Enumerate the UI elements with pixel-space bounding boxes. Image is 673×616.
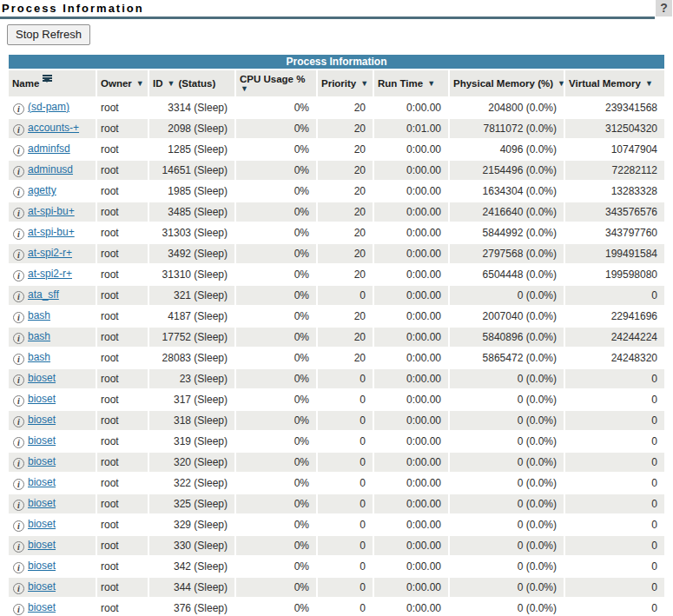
name-cell: ibioset	[9, 515, 96, 534]
process-name: at-spi-bu+	[28, 226, 75, 238]
process-link[interactable]: bioset	[24, 414, 56, 426]
process-link[interactable]: at-spi2-r+	[24, 247, 72, 259]
owner-cell: root	[97, 202, 148, 222]
owner-cell: root	[97, 119, 148, 138]
virtual-memory-cell: 0	[565, 515, 664, 534]
info-icon[interactable]: i	[13, 479, 24, 490]
table-row: ibioset root 317 (Sleep) 0% 0 0:00.00 0 …	[9, 390, 664, 409]
table-row: ibioset root 329 (Sleep) 0% 0 0:00.00 0 …	[9, 515, 664, 534]
process-link[interactable]: agetty	[24, 184, 56, 196]
physical-memory-cell: 1634304 (0.0%)	[450, 182, 564, 201]
info-icon[interactable]: i	[13, 291, 24, 302]
run-time-cell: 0:00.00	[374, 307, 448, 326]
info-icon[interactable]: i	[13, 562, 24, 573]
process-link[interactable]: bioset	[24, 372, 56, 384]
info-icon[interactable]: i	[13, 520, 24, 532]
info-icon[interactable]: i	[13, 270, 24, 282]
owner-cell: root	[97, 515, 148, 534]
cpu-usage-cell: 0%	[236, 453, 316, 472]
process-link[interactable]: at-spi-bu+	[24, 226, 75, 238]
process-link[interactable]: (sd-pam)	[24, 101, 69, 113]
owner-cell: root	[97, 411, 148, 430]
process-link[interactable]: bioset	[24, 601, 56, 613]
info-icon[interactable]: i	[13, 583, 24, 594]
id-status-cell: 330 (Sleep)	[149, 536, 234, 555]
stop-refresh-button[interactable]: Stop Refresh	[7, 24, 90, 45]
process-link[interactable]: bioset	[24, 393, 56, 405]
col-header-owner[interactable]: Owner▼	[97, 70, 148, 96]
info-icon[interactable]: i	[13, 103, 24, 115]
info-icon[interactable]: i	[13, 541, 24, 553]
info-icon[interactable]: i	[13, 312, 24, 323]
col-header-runtime[interactable]: Run Time▼	[374, 70, 448, 96]
process-link[interactable]: at-spi-bu+	[24, 205, 75, 217]
process-link[interactable]: bash	[24, 309, 50, 321]
process-link[interactable]: bioset	[24, 539, 56, 551]
info-icon[interactable]: i	[13, 166, 24, 177]
info-icon[interactable]: i	[13, 333, 24, 344]
process-link[interactable]: bioset	[24, 434, 56, 447]
info-icon[interactable]: i	[13, 416, 24, 427]
id-status-cell: 31303 (Sleep)	[149, 223, 234, 242]
process-link[interactable]: bash	[24, 351, 50, 363]
process-name: adminusd	[28, 163, 73, 176]
process-link[interactable]: bioset	[24, 580, 56, 593]
info-icon[interactable]: i	[13, 249, 24, 261]
process-link[interactable]: bioset	[24, 455, 56, 467]
info-icon[interactable]: i	[13, 187, 24, 198]
name-cell: ibash	[9, 328, 96, 347]
priority-cell: 0	[318, 536, 373, 555]
physical-memory-cell: 2007040 (0.0%)	[450, 307, 564, 326]
col-header-cpu[interactable]: CPU Usage %▼	[236, 70, 316, 96]
process-link[interactable]: bash	[24, 330, 50, 342]
priority-cell: 0	[318, 515, 373, 534]
process-name: adminfsd	[28, 142, 70, 155]
process-link[interactable]: bioset	[24, 560, 56, 572]
priority-cell: 0	[318, 453, 373, 472]
cpu-usage-cell: 0%	[236, 98, 316, 117]
table-row: iat-spi2-r+ root 31310 (Sleep) 0% 20 0:0…	[9, 265, 664, 284]
table-row: ibioset root 319 (Sleep) 0% 0 0:00.00 0 …	[9, 432, 664, 451]
info-icon[interactable]: i	[13, 395, 24, 407]
info-icon[interactable]: i	[13, 437, 24, 448]
process-link[interactable]: adminfsd	[24, 142, 70, 155]
info-icon[interactable]: i	[13, 500, 24, 511]
process-link[interactable]: accounts-+	[24, 122, 79, 134]
owner-cell: root	[97, 140, 148, 159]
name-cell: ibash	[9, 348, 96, 368]
owner-cell: root	[97, 494, 148, 513]
cpu-usage-cell: 0%	[236, 494, 316, 513]
info-icon[interactable]: i	[13, 604, 24, 615]
priority-cell: 0	[318, 390, 373, 409]
process-link[interactable]: ata_sff	[24, 288, 59, 301]
physical-memory-cell: 2416640 (0.0%)	[450, 202, 564, 222]
info-icon[interactable]: i	[13, 374, 24, 386]
col-header-id-status[interactable]: ID▼(Status)	[149, 70, 234, 96]
process-link[interactable]: bioset	[24, 518, 56, 530]
info-icon[interactable]: i	[13, 458, 24, 469]
col-header-virtmem[interactable]: Virtual Memory▼	[565, 70, 664, 96]
process-link[interactable]: bioset	[24, 476, 56, 488]
title-rule	[0, 17, 655, 19]
info-icon[interactable]: i	[13, 124, 24, 136]
process-link[interactable]: bioset	[24, 497, 56, 509]
owner-cell: root	[97, 453, 148, 472]
info-icon[interactable]: i	[13, 145, 24, 156]
process-link[interactable]: adminusd	[24, 163, 73, 176]
info-icon[interactable]: i	[13, 208, 24, 219]
id-status-cell: 320 (Sleep)	[149, 453, 234, 472]
table-row: ibash root 28083 (Sleep) 0% 20 0:00.00 5…	[9, 348, 664, 368]
info-icon[interactable]: i	[13, 229, 24, 240]
table-row: ibash root 4187 (Sleep) 0% 20 0:00.00 20…	[9, 307, 664, 326]
physical-memory-cell: 204800 (0.0%)	[450, 98, 564, 117]
help-icon[interactable]: ?	[656, 0, 672, 17]
info-icon[interactable]: i	[13, 354, 24, 365]
col-header-name[interactable]: Name	[9, 70, 96, 96]
col-label-status: (Status)	[178, 78, 215, 89]
col-header-priority[interactable]: Priority▼	[318, 70, 373, 96]
process-link[interactable]: at-spi2-r+	[24, 268, 72, 280]
sort-desc-icon: ▼	[241, 84, 314, 93]
physical-memory-cell: 0 (0.0%)	[450, 515, 564, 534]
col-header-physmem[interactable]: Physical Memory (%)▼	[450, 70, 564, 96]
table-row: i(sd-pam) root 3314 (Sleep) 0% 20 0:00.0…	[9, 98, 664, 117]
